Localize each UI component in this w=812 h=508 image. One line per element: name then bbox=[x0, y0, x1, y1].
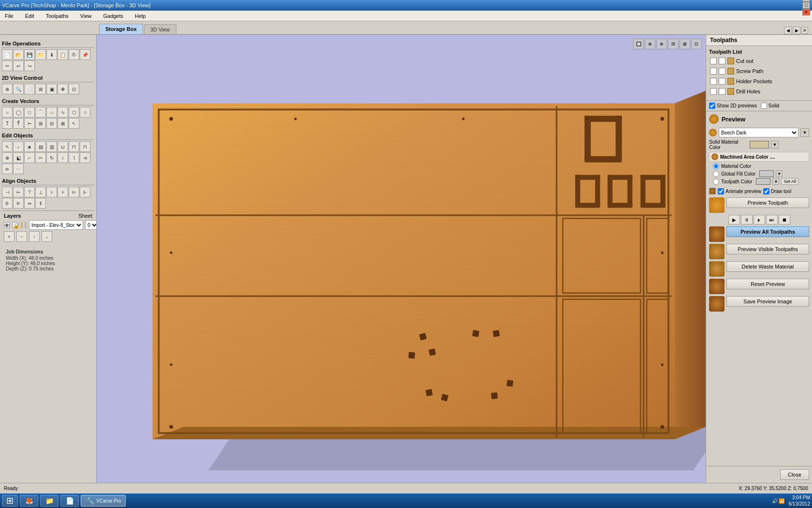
radio-material-color[interactable] bbox=[713, 163, 719, 169]
tool-union[interactable]: ⊔ bbox=[58, 141, 68, 152]
tab-nav-right[interactable]: ▶ bbox=[793, 27, 800, 34]
view-btn-2[interactable]: ⊕ bbox=[645, 39, 655, 49]
tool-more[interactable]: ⋯ bbox=[13, 164, 24, 174]
tool-align-mat[interactable]: ⊩ bbox=[80, 187, 90, 197]
toolpath-holder-check1[interactable] bbox=[710, 78, 717, 85]
tool-mirror-v[interactable]: ⇕ bbox=[35, 198, 46, 209]
radio-toolpath-color[interactable] bbox=[713, 179, 719, 185]
start-button[interactable]: ⊞ bbox=[2, 495, 18, 507]
taskbar-vcarve[interactable]: 🔧 VCarve Pro bbox=[81, 495, 126, 507]
tool-node[interactable]: ⬦ bbox=[13, 141, 24, 152]
tool-paste[interactable]: 📌 bbox=[80, 49, 90, 60]
tab-3d-view[interactable]: 3D View bbox=[144, 24, 176, 34]
toolpath-screw-check2[interactable] bbox=[719, 68, 725, 75]
tool-join[interactable]: ⊲ bbox=[80, 152, 90, 163]
tab-nav-left[interactable]: ◀ bbox=[784, 27, 792, 34]
close-window-button[interactable]: ✕ bbox=[802, 9, 810, 15]
tool-zoom-all[interactable]: ⊞ bbox=[35, 84, 46, 94]
tool-trim[interactable]: ✂ bbox=[35, 152, 46, 163]
taskbar-firefox[interactable]: 🦊 bbox=[20, 495, 38, 507]
next-frame-button[interactable]: ⏵ bbox=[754, 215, 765, 224]
toolpath-color-swatch[interactable] bbox=[756, 178, 770, 185]
menu-help[interactable]: Help bbox=[132, 12, 149, 20]
view-btn-5[interactable]: ⊠ bbox=[680, 39, 690, 49]
tab-close-button[interactable]: ✕ bbox=[801, 27, 808, 34]
tool-import[interactable]: ⬇ bbox=[46, 49, 57, 60]
tool-copy[interactable]: © bbox=[69, 49, 79, 60]
solid-check[interactable] bbox=[761, 103, 767, 109]
tool-rotate[interactable]: ↻ bbox=[46, 152, 57, 163]
layer-move-down-button[interactable]: ↓ bbox=[42, 231, 52, 242]
tool-align-left[interactable]: ⊣ bbox=[2, 187, 13, 197]
tool-zoom-rect[interactable]: ⬜ bbox=[24, 84, 35, 94]
layer-lock-icon[interactable]: 🔒 bbox=[13, 222, 18, 228]
sheet-select[interactable]: 0 bbox=[85, 220, 97, 230]
toolpath-cutout-check2[interactable] bbox=[719, 58, 725, 64]
tool-equal-space[interactable]: ⊪ bbox=[2, 198, 13, 209]
tool-undo[interactable]: ↩ bbox=[13, 60, 24, 71]
tool-cursor[interactable]: ↖ bbox=[69, 118, 79, 129]
tool-text-curve[interactable]: T̃ bbox=[13, 118, 24, 129]
tool-align-h[interactable]: ⊠ bbox=[58, 118, 68, 129]
solid-material-color-swatch[interactable] bbox=[750, 141, 769, 149]
stop-button[interactable]: ⏹ bbox=[779, 215, 790, 224]
tool-save[interactable]: 💾 bbox=[24, 49, 35, 60]
toolpath-drill-check2[interactable] bbox=[719, 88, 725, 95]
solid-color-dropdown[interactable]: ▼ bbox=[771, 141, 779, 149]
layer-select[interactable]: Import - Elev-8_Stor bbox=[29, 220, 83, 230]
layer-delete-button[interactable]: − bbox=[16, 231, 27, 242]
menu-edit[interactable]: Edit bbox=[22, 12, 37, 20]
layer-visibility-icon[interactable]: 👁 bbox=[4, 222, 10, 228]
reset-preview-button[interactable]: Reset Preview bbox=[726, 279, 809, 289]
save-preview-image-button[interactable]: Save Preview Image bbox=[726, 296, 809, 307]
tool-measure[interactable]: ⊢ bbox=[24, 118, 35, 129]
tool-rect[interactable]: □ bbox=[24, 107, 35, 118]
tool-open-folder[interactable]: 📁 bbox=[35, 49, 46, 60]
tab-storage-box[interactable]: Storage Box bbox=[99, 24, 143, 34]
tool-smart-node[interactable]: ◈ bbox=[24, 141, 35, 152]
tool-fillet[interactable]: ⌐ bbox=[24, 152, 35, 163]
set-all-button[interactable]: Set All bbox=[781, 178, 798, 185]
delete-waste-button[interactable]: Delete Waste Material bbox=[726, 261, 809, 272]
material-select[interactable]: Beech Dark bbox=[719, 128, 798, 137]
toolpath-screw-check1[interactable] bbox=[710, 68, 717, 75]
tool-intersect[interactable]: ⊓ bbox=[80, 141, 90, 152]
tool-new2[interactable]: 📋 bbox=[58, 49, 68, 60]
tool-flip[interactable]: ↕ bbox=[58, 152, 68, 163]
fast-forward-button[interactable]: ⏭ bbox=[766, 215, 778, 224]
tool-xor[interactable]: ⊕ bbox=[2, 152, 13, 163]
tool-cut[interactable]: ✂ bbox=[2, 60, 13, 71]
close-button[interactable]: Close bbox=[780, 469, 809, 480]
draw-tool-check[interactable] bbox=[763, 188, 769, 194]
tool-bezier[interactable]: ∿ bbox=[58, 107, 68, 118]
tool-polyline[interactable]: ⌒ bbox=[35, 107, 46, 118]
layer-move-up-button[interactable]: ↑ bbox=[29, 231, 40, 242]
play-button[interactable]: ▶ bbox=[728, 215, 740, 224]
view-btn-3[interactable]: ⊗ bbox=[656, 39, 667, 49]
tool-distribute-v[interactable]: ⊨ bbox=[69, 187, 79, 197]
taskbar-explorer[interactable]: 📁 bbox=[40, 495, 58, 507]
tool-array[interactable]: ⊞ bbox=[35, 118, 46, 129]
preview-toolpath-button[interactable]: Preview Toolpath bbox=[726, 197, 809, 208]
material-dropdown[interactable]: ▼ bbox=[800, 128, 809, 137]
tool-zoom-fit[interactable]: ⊕ bbox=[2, 84, 13, 94]
tool-align-v[interactable]: ⊟ bbox=[46, 118, 57, 129]
tool-open[interactable]: 📂 bbox=[13, 49, 24, 60]
tool-new[interactable]: 📄 bbox=[2, 49, 13, 60]
maximize-button[interactable]: □ bbox=[802, 2, 810, 9]
tool-mirror-h[interactable]: ⇔ bbox=[24, 198, 35, 209]
toolpath-drill-check1[interactable] bbox=[710, 88, 717, 95]
radio-global-fill[interactable] bbox=[713, 171, 719, 177]
toolpath-color-dropdown[interactable]: ▼ bbox=[772, 178, 779, 185]
tool-select[interactable]: ↖ bbox=[2, 141, 13, 152]
global-fill-dropdown[interactable]: ▼ bbox=[776, 170, 783, 177]
tool-ungroup[interactable]: ▥ bbox=[46, 141, 57, 152]
show-2d-previews-check[interactable] bbox=[709, 103, 715, 109]
viewport-3d[interactable]: 🔲 ⊕ ⊗ Ⅸ ⊠ ⊡ bbox=[97, 35, 706, 483]
preview-visible-button[interactable]: Preview Visible Toolpaths bbox=[726, 244, 809, 254]
taskbar-acrobat[interactable]: 📄 bbox=[60, 495, 79, 507]
toolpath-holder-check2[interactable] bbox=[719, 78, 725, 85]
menu-view[interactable]: View bbox=[77, 12, 95, 20]
tool-offset[interactable]: ⬕ bbox=[13, 152, 24, 163]
menu-gadgets[interactable]: Gadgets bbox=[100, 12, 126, 20]
